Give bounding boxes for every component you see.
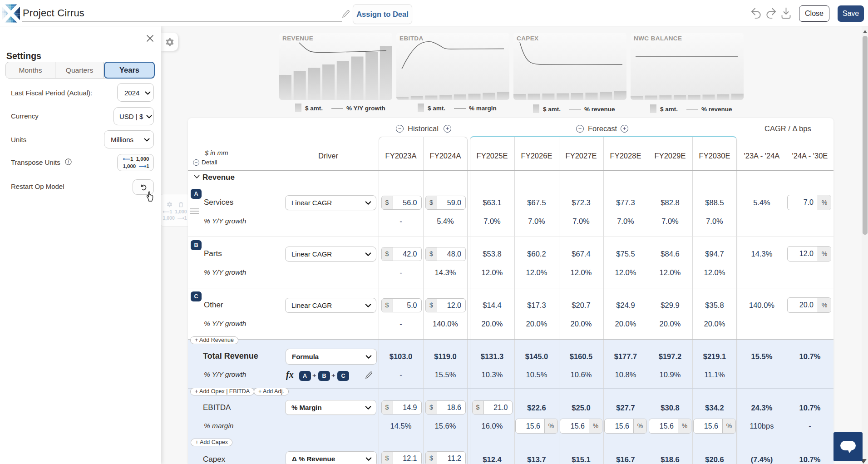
- svg-text:i: i: [68, 159, 69, 164]
